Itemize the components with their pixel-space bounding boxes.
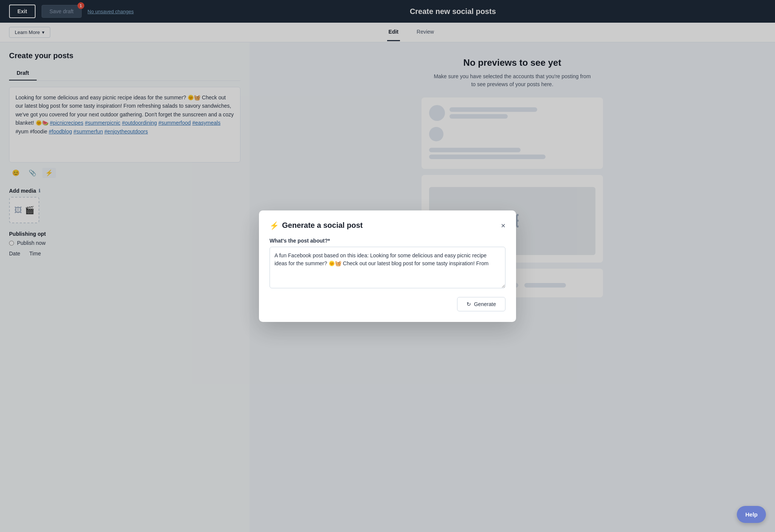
generate-icon: ↻	[467, 301, 471, 307]
modal-question-label: What's the post about?*	[270, 238, 505, 244]
modal-footer: ↻ Generate	[270, 297, 505, 311]
help-button[interactable]: Help	[737, 506, 766, 523]
modal-overlay[interactable]: ⚡ Generate a social post × What's the po…	[0, 0, 775, 532]
generate-post-modal: ⚡ Generate a social post × What's the po…	[259, 210, 516, 322]
modal-title-text: Generate a social post	[282, 221, 363, 230]
lightning-icon: ⚡	[270, 221, 279, 230]
modal-title: ⚡ Generate a social post	[270, 221, 363, 230]
generate-button[interactable]: ↻ Generate	[457, 297, 505, 311]
modal-post-textarea[interactable]: A fun Facebook post based on this idea: …	[270, 247, 505, 288]
modal-header: ⚡ Generate a social post ×	[270, 221, 505, 230]
generate-label: Generate	[474, 301, 496, 307]
modal-close-button[interactable]: ×	[501, 222, 505, 229]
